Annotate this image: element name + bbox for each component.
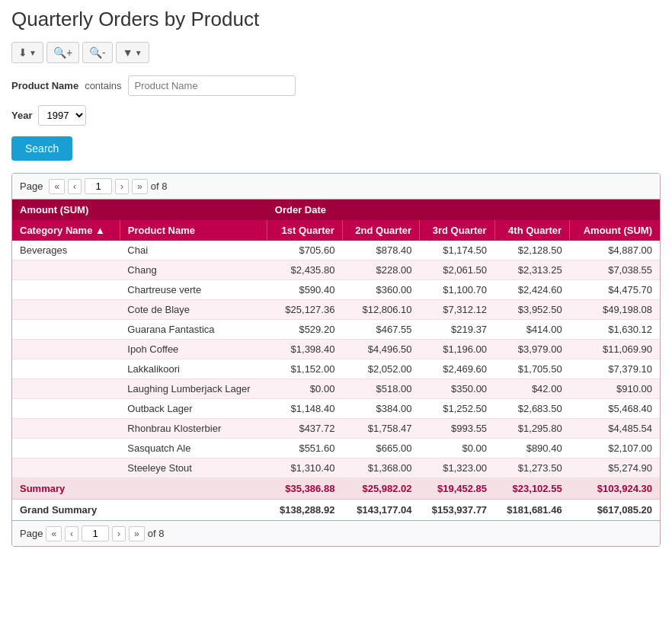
col-amount-sum: Amount (SUM) [570,220,660,241]
cell-q3: $7,312.12 [420,300,495,320]
table-row: Lakkalikoori $1,152.00 $2,052.00 $2,469.… [12,359,660,379]
table-row: Chartreuse verte $590.40 $360.00 $1,100.… [12,280,660,300]
pagination-top: Page « ‹ › » of 8 [12,174,660,200]
cell-q1: $0.00 [267,379,343,399]
cell-q2: $12,806.10 [342,300,419,320]
cell-q2: $1,368.00 [342,458,419,478]
cell-q3: $1,252.50 [420,399,495,419]
table-row: Rhonbrau Klosterbier $437.72 $1,758.47 $… [12,419,660,439]
filter-dropdown-arrow: ▼ [135,49,142,57]
cell-total: $5,274.90 [570,458,660,478]
download-button[interactable]: ⬇ ▼ [11,42,43,63]
cell-category [12,260,120,280]
summary-label: Summary [12,478,267,500]
year-label: Year [11,110,32,121]
filter-button[interactable]: ▼ ▼ [116,42,149,63]
col-category-name: Category Name ▲ [12,220,120,241]
zoom-out-button[interactable]: 🔍- [82,42,113,63]
search-button[interactable]: Search [11,136,72,161]
table-row: Steeleye Stout $1,310.40 $1,368.00 $1,32… [12,458,660,478]
page-label-top: Page [20,180,43,192]
cell-total: $7,038.55 [570,260,660,280]
page-number-input-top[interactable] [85,178,112,194]
cell-q3: $993.55 [420,419,495,439]
cell-q3: $2,061.50 [420,260,495,280]
zoom-in-icon: 🔍+ [53,46,72,59]
cell-q2: $467.55 [342,320,419,340]
cell-category [12,419,120,439]
page-number-input-bottom[interactable] [82,525,109,541]
product-name-input[interactable] [128,75,296,96]
grand-summary-q4: $181,681.46 [494,500,570,521]
summary-q3: $19,452.85 [420,478,495,500]
cell-total: $5,468.40 [570,399,660,419]
first-page-button-bottom[interactable]: « [46,526,62,541]
last-page-button-bottom[interactable]: » [129,526,145,541]
cell-product: Sasquatch Ale [120,439,267,458]
order-date-header: Order Date [267,200,660,220]
cell-q2: $228.00 [342,260,419,280]
first-page-button-top[interactable]: « [49,179,65,194]
cell-q4: $2,424.60 [494,280,570,300]
col-header-row: Category Name ▲ Product Name 1st Quarter… [12,220,660,241]
cell-q4: $1,273.50 [494,458,570,478]
cell-q3: $1,323.00 [420,458,495,478]
cell-total: $4,475.70 [570,280,660,300]
cell-q3: $1,196.00 [420,340,495,359]
cell-q1: $529.20 [267,320,343,340]
cell-q2: $665.00 [342,439,419,458]
cell-q4: $2,683.50 [494,399,570,419]
cell-q2: $878.40 [342,241,419,260]
table-row: Sasquatch Ale $551.60 $665.00 $0.00 $890… [12,439,660,458]
col-q4: 4th Quarter [494,220,570,241]
col-q3: 3rd Quarter [420,220,495,241]
prev-page-button-top[interactable]: ‹ [68,179,82,194]
summary-row: Summary $35,386.88 $25,982.02 $19,452.85… [12,478,660,500]
cell-product: Outback Lager [120,399,267,419]
cell-total: $910.00 [570,379,660,399]
grand-summary-label: Grand Summary [12,500,267,521]
col-q1: 1st Quarter [267,220,343,241]
next-page-button-top[interactable]: › [115,179,129,194]
report-container: Page « ‹ › » of 8 Amount (SUM) Order Dat… [11,173,661,547]
of-label-bottom: of 8 [148,528,165,539]
next-page-button-bottom[interactable]: › [112,526,126,541]
cell-q3: $1,100.70 [420,280,495,300]
col-q2: 2nd Quarter [342,220,419,241]
cell-product: Guarana Fantastica [120,320,267,340]
cell-q4: $3,952.50 [494,300,570,320]
cell-product: Laughing Lumberjack Lager [120,379,267,399]
last-page-button-top[interactable]: » [132,179,148,194]
cell-total: $2,107.00 [570,439,660,458]
cell-q3: $219.37 [420,320,495,340]
grand-summary-q1: $138,288.92 [267,500,343,521]
table-row: Laughing Lumberjack Lager $0.00 $518.00 … [12,379,660,399]
table-row: Chang $2,435.80 $228.00 $2,061.50 $2,313… [12,260,660,280]
cell-product: Cote de Blaye [120,300,267,320]
header-group-row: Amount (SUM) Order Date [12,200,660,220]
cell-product: Rhonbrau Klosterbier [120,419,267,439]
cell-q4: $414.00 [494,320,570,340]
cell-q3: $1,174.50 [420,241,495,260]
cell-q2: $518.00 [342,379,419,399]
cell-total: $49,198.08 [570,300,660,320]
cell-q3: $2,469.60 [420,359,495,379]
cell-q1: $1,398.40 [267,340,343,359]
cell-category [12,439,120,458]
table-row: Outback Lager $1,148.40 $384.00 $1,252.5… [12,399,660,419]
cell-category [12,399,120,419]
cell-q4: $42.00 [494,379,570,399]
col-product-name: Product Name [120,220,267,241]
cell-total: $7,379.10 [570,359,660,379]
cell-q1: $2,435.80 [267,260,343,280]
cell-total: $11,069.90 [570,340,660,359]
grand-summary-total: $617,085.20 [570,500,660,521]
zoom-in-button[interactable]: 🔍+ [46,42,79,63]
prev-page-button-bottom[interactable]: ‹ [65,526,78,541]
dropdown-arrow: ▼ [29,49,37,57]
cell-q4: $2,128.50 [494,241,570,260]
cell-total: $4,485.54 [570,419,660,439]
year-select[interactable]: 1996 1997 1998 [38,105,86,126]
cell-category [12,320,120,340]
cell-q4: $2,313.25 [494,260,570,280]
